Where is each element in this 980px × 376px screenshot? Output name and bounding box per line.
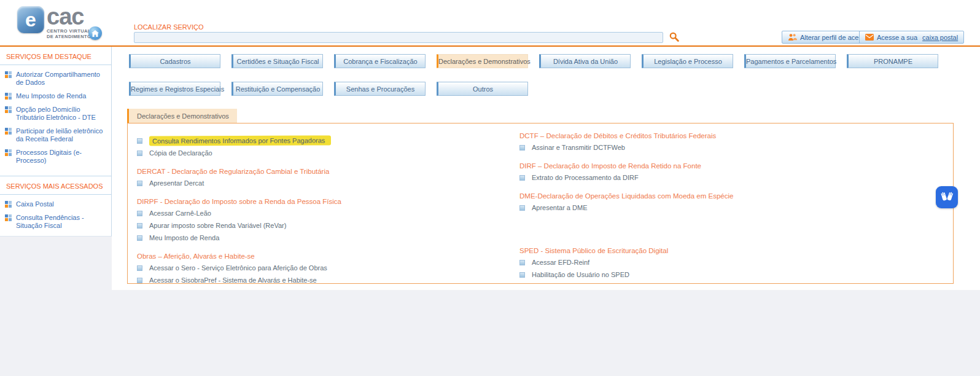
square-bullet-icon	[519, 205, 525, 211]
services-column-right: DCTF – Declaração de Débitos e Créditos …	[519, 123, 943, 281]
mailbox-label-link: caixa postal	[922, 34, 958, 41]
tab-legislacao-e-processo[interactable]: Legislação e Processo	[642, 54, 733, 68]
square-bullet-icon	[137, 265, 142, 271]
grid-bullet-icon	[5, 93, 12, 100]
service-link-apresentar-dercat[interactable]: Apresentar Dercat	[149, 179, 204, 187]
service-link-meu-imposto-de-renda[interactable]: Meu Imposto de Renda	[149, 234, 219, 241]
service-link-apresentar-a-dme[interactable]: Apresentar a DME	[532, 204, 587, 211]
service-link-row: Meu Imposto de Renda	[137, 232, 505, 244]
service-link-extrato-do-processamento-da-dirf[interactable]: Extrato do Processamento da DIRF	[532, 174, 639, 181]
mailbox-label-prefix: Acesse a sua	[877, 34, 919, 41]
square-bullet-icon	[137, 181, 142, 186]
tab-outros[interactable]: Outros	[437, 82, 528, 96]
logo-cac-text: cac	[47, 6, 91, 27]
sidebar-item-opcao-pelo-domicilio-tributario-eletronico-dte[interactable]: Opção pelo Domicílio Tributário Eletrôni…	[5, 106, 106, 122]
sidebar-section-title: SERVIÇOS MAIS ACESSADOS	[0, 176, 111, 195]
tabs-row-2: Regimes e Registros EspeciaisRestituição…	[129, 82, 528, 96]
logo-e-letter: e	[25, 9, 36, 31]
service-link-acessar-o-sero-servico-eletronico-para-a[interactable]: Acessar o Sero - Serviço Eletrônico para…	[149, 264, 327, 272]
service-group-dctf-declaracao-de-d: DCTF – Declaração de Débitos e Créditos …	[519, 132, 943, 154]
services-column-left: Consulta Rendimentos Informados por Font…	[137, 123, 505, 286]
grid-bullet-icon	[5, 149, 12, 156]
home-icon	[91, 30, 99, 37]
grid-bullet-icon	[5, 201, 12, 208]
sidebar-section-servicos-mais-acessados: SERVIÇOS MAIS ACESSADOSCaixa PostalConsu…	[0, 176, 111, 237]
service-link-acessar-efd-reinf[interactable]: Acessar EFD-Reinf	[532, 259, 589, 266]
sidebar: SERVIÇOS EM DESTAQUEAutorizar Compartilh…	[0, 47, 112, 237]
tab-cadastros[interactable]: Cadastros	[129, 54, 220, 68]
logo-subtitle-line2: DE ATENDIMENTO	[47, 34, 91, 40]
service-link-row: Acessar EFD-Reinf	[519, 256, 943, 268]
square-bullet-icon	[137, 235, 142, 241]
header: e cac CENTRO VIRTUAL DE ATENDIMENTO LOCA…	[0, 0, 980, 47]
service-link-row: Apurar imposto sobre Renda Variável (ReV…	[137, 219, 505, 232]
sidebar-item-caixa-postal[interactable]: Caixa Postal	[5, 200, 106, 208]
service-link-row: Apresentar Dercat	[137, 177, 505, 189]
logo-subtitle: CENTRO VIRTUAL DE ATENDIMENTO	[47, 29, 91, 39]
sidebar-item-consulta-pendencias-situacao-fiscal[interactable]: Consulta Pendências - Situação Fiscal	[5, 214, 106, 230]
sidebar-item-label: Processos Digitais (e-Processo)	[16, 149, 106, 165]
sign-language-hands-icon	[939, 190, 954, 205]
square-bullet-icon	[519, 175, 525, 181]
square-bullet-icon	[137, 223, 142, 229]
square-bullet-icon	[137, 138, 142, 144]
grid-bullet-icon	[5, 106, 12, 113]
grid-bullet-icon	[5, 214, 12, 221]
search-icon[interactable]	[669, 31, 680, 42]
sidebar-item-autorizar-compartilhamento-de-dados[interactable]: Autorizar Compartilhamento de Dados	[5, 71, 106, 87]
tab-senhas-e-procuracoes[interactable]: Senhas e Procurações	[334, 82, 426, 96]
panel-tab-declaracoes-e-demonstrativos[interactable]: Declarações e Demonstrativos	[127, 109, 237, 123]
grid-bullet-icon	[5, 71, 12, 78]
people-icon	[788, 33, 797, 41]
service-link-acessar-carne-leao[interactable]: Acessar Carnê-Leão	[149, 210, 211, 217]
sidebar-item-label: Meu Imposto de Renda	[16, 235, 86, 237]
service-group-heading: DCTF – Declaração de Débitos e Créditos …	[519, 132, 943, 139]
square-bullet-icon	[137, 211, 142, 216]
tab-pronampe[interactable]: PRONAMPE	[847, 54, 938, 68]
mailbox-button[interactable]: Acesse a sua caixa postal	[859, 31, 964, 44]
service-group-sped-sistema-publico: SPED - Sistema Público de Escrituração D…	[519, 247, 943, 281]
service-link-row: Consulta Rendimentos Informados por Font…	[137, 135, 505, 147]
service-link-habilitacao-de-usuario-no-sped[interactable]: Habilitação de Usuário no SPED	[532, 271, 629, 278]
sidebar-item-meu-imposto-de-renda[interactable]: Meu Imposto de Renda	[5, 235, 106, 237]
sidebar-item-label: Caixa Postal	[16, 200, 54, 208]
tab-divida-ativa-da-uniao[interactable]: Dívida Ativa da União	[539, 54, 631, 68]
tab-restituicao-e-compensacao[interactable]: Restituição e Compensação	[231, 82, 323, 96]
service-link-assinar-e-transmitir-dctfweb[interactable]: Assinar e Transmitir DCTFWeb	[532, 144, 625, 151]
home-button[interactable]	[88, 26, 102, 40]
search-input[interactable]	[134, 32, 663, 43]
service-link-consulta-rendimentos-informados-por-font[interactable]: Consulta Rendimentos Informados por Font…	[149, 135, 331, 146]
service-link-copia-de-declaracao[interactable]: Cópia de Declaração	[149, 149, 212, 157]
square-bullet-icon	[519, 145, 525, 151]
service-link-apurar-imposto-sobre-renda-variavel-reva[interactable]: Apurar imposto sobre Renda Variável (ReV…	[149, 222, 286, 229]
services-panel: Consulta Rendimentos Informados por Font…	[127, 123, 954, 284]
sidebar-item-processos-digitais-e-processo[interactable]: Processos Digitais (e-Processo)	[5, 149, 106, 165]
service-link-acessar-o-sisobrapref-sistema-de-alvaras[interactable]: Acessar o SisobraPref - Sistema de Alvar…	[149, 276, 317, 284]
ecac-logo-e-tile: e	[17, 6, 44, 33]
tab-certidoes-e-situacao-fiscal[interactable]: Certidões e Situação Fiscal	[231, 54, 323, 68]
sidebar-item-label: Participar de leilão eletrônico da Recei…	[16, 127, 106, 143]
sidebar-item-label: Opção pelo Domicílio Tributário Eletrôni…	[16, 106, 106, 122]
sidebar-item-label: Consulta Pendências - Situação Fiscal	[16, 214, 106, 230]
sidebar-item-participar-de-leilao-eletronico-da-receita-federal[interactable]: Participar de leilão eletrônico da Recei…	[5, 127, 106, 143]
service-link-row: Extrato do Processamento da DIRF	[519, 171, 943, 184]
grid-bullet-icon	[5, 128, 12, 135]
sidebar-item-list: Caixa PostalConsulta Pendências - Situaç…	[0, 195, 111, 237]
tab-pagamentos-e-parcelamentos[interactable]: Pagamentos e Parcelamentos	[744, 54, 836, 68]
service-group-heading: DERCAT - Declaração de Regularização Cam…	[137, 168, 505, 175]
sidebar-item-meu-imposto-de-renda[interactable]: Meu Imposto de Renda	[5, 92, 106, 100]
square-bullet-icon	[519, 260, 525, 265]
vlibras-accessibility-button[interactable]	[936, 186, 958, 208]
service-link-row: Assinar e Transmitir DCTFWeb	[519, 141, 943, 154]
logo-text-block: cac CENTRO VIRTUAL DE ATENDIMENTO	[47, 6, 91, 39]
tab-regimes-e-registros-especiais[interactable]: Regimes e Registros Especiais	[129, 82, 220, 96]
tab-cobranca-e-fiscalizacao[interactable]: Cobrança e Fiscalização	[334, 54, 426, 68]
ecac-portal: e cac CENTRO VIRTUAL DE ATENDIMENTO LOCA…	[0, 0, 980, 376]
sidebar-section-servicos-em-destaque: SERVIÇOS EM DESTAQUEAutorizar Compartilh…	[0, 47, 111, 172]
service-link-row: Acessar o Sero - Serviço Eletrônico para…	[137, 262, 505, 274]
service-group-dercat-declaracao-de: DERCAT - Declaração de Regularização Cam…	[137, 168, 505, 189]
service-group-dirpf-declaracao-do-: DIRPF - Declaração do Imposto sobre a Re…	[137, 198, 505, 244]
service-group-heading: DME-Declaração de Operações Liquidadas c…	[519, 192, 943, 200]
service-link-row: Cópia de Declaração	[137, 147, 505, 159]
tab-declaracoes-e-demonstrativos[interactable]: Declarações e Demonstrativos	[437, 54, 528, 68]
